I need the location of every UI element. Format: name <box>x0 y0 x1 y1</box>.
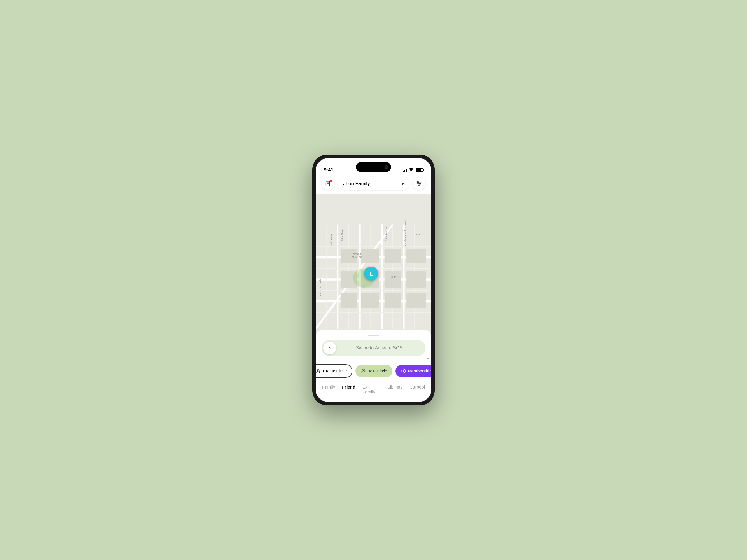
sos-text: Swipe to Activate SOS. <box>336 345 424 351</box>
battery-fill <box>416 169 421 171</box>
svg-text:19th Avenue: 19th Avenue <box>385 227 388 241</box>
svg-rect-35 <box>385 249 401 263</box>
family-name: Jhon Family <box>343 181 370 187</box>
svg-rect-34 <box>361 293 379 308</box>
join-circle-label: Join Circle <box>368 369 387 373</box>
notifications-button[interactable] <box>321 177 334 190</box>
svg-text:88th Street: 88th Street <box>341 229 344 241</box>
svg-point-8 <box>417 181 419 183</box>
svg-point-0 <box>411 171 411 172</box>
svg-text:Kamarajar Salai: Kamarajar Salai <box>319 278 322 296</box>
tab-friend-label: Friend <box>342 384 355 390</box>
battery-icon <box>415 168 423 172</box>
bottom-tabs: Family Friend Ex-Family Siblings Carpool <box>316 380 431 402</box>
front-camera <box>385 165 388 169</box>
svg-rect-39 <box>385 293 401 308</box>
bottom-actions: Create Circle Join Circle Membership <box>316 359 431 380</box>
tab-carpool[interactable]: Carpool <box>406 383 428 396</box>
svg-rect-38 <box>407 271 426 288</box>
membership-button[interactable]: Membership <box>395 365 431 377</box>
svg-rect-37 <box>385 271 401 288</box>
sos-handle <box>368 335 379 336</box>
wifi-icon <box>409 168 414 173</box>
family-selector[interactable]: Jhon Family ▾ <box>338 177 409 190</box>
svg-text:3rd A: 3rd A <box>415 233 420 236</box>
join-circle-icon <box>361 368 366 374</box>
svg-point-54 <box>362 369 364 371</box>
filter-icon <box>416 181 422 187</box>
map-background: Kamarajar Salai 88th Street 85th Street … <box>316 194 431 359</box>
chevron-right-icon: › <box>329 345 331 351</box>
tab-family[interactable]: Family <box>319 383 338 396</box>
svg-point-9 <box>419 183 421 185</box>
join-circle-button[interactable]: Join Circle <box>355 365 392 377</box>
svg-text:Girls HSS: Girls HSS <box>352 256 362 259</box>
create-circle-button[interactable]: Create Circle <box>316 364 353 378</box>
notification-badge <box>330 180 332 182</box>
phone-frame: 9:41 <box>312 155 435 405</box>
dynamic-island <box>356 162 391 172</box>
phone-screen: 9:41 <box>316 158 431 402</box>
tab-ex-family-label: Ex-Family <box>362 384 380 394</box>
membership-icon <box>401 368 406 374</box>
tab-ex-family[interactable]: Ex-Family <box>359 383 384 396</box>
create-circle-label: Create Circle <box>323 369 347 373</box>
svg-text:85th Street: 85th Street <box>330 234 333 246</box>
svg-text:Nirmala: Nirmala <box>353 252 361 255</box>
status-time: 9:41 <box>324 167 333 173</box>
svg-point-51 <box>317 369 319 371</box>
app-header: Jhon Family ▾ <box>316 175 431 194</box>
tab-family-label: Family <box>322 384 335 390</box>
tab-active-indicator <box>342 397 355 398</box>
svg-point-10 <box>418 185 420 186</box>
svg-point-55 <box>364 370 366 371</box>
sos-thumb[interactable]: › <box>323 342 336 354</box>
tab-friend[interactable]: Friend <box>338 383 359 396</box>
status-icons <box>402 168 423 173</box>
chevron-down-icon: ▾ <box>402 181 404 187</box>
filter-button[interactable] <box>413 177 426 190</box>
tab-carpool-label: Carpool <box>409 384 425 390</box>
svg-rect-36 <box>407 249 426 263</box>
tab-siblings-label: Siblings <box>387 384 403 390</box>
svg-rect-30 <box>361 249 379 263</box>
chevron-down-small-icon: ▾ <box>427 357 429 359</box>
marker-label: L <box>369 270 373 277</box>
create-circle-icon <box>316 368 321 374</box>
map-container[interactable]: Kamarajar Salai 88th Street 85th Street … <box>316 194 431 359</box>
tabs-row: Family Friend Ex-Family Siblings Carpool <box>316 383 431 396</box>
sos-panel: › Swipe to Activate SOS. ▾ <box>316 330 431 359</box>
svg-rect-40 <box>407 293 426 308</box>
sos-slider[interactable]: › Swipe to Activate SOS. <box>321 340 426 356</box>
svg-rect-33 <box>340 293 357 308</box>
tab-siblings[interactable]: Siblings <box>384 383 406 396</box>
signal-icon <box>402 168 407 172</box>
membership-label: Membership <box>408 369 431 373</box>
svg-text:86th St: 86th St <box>391 276 399 278</box>
svg-text:Jawaharlal Nehru Road: Jawaharlal Nehru Road <box>404 220 407 246</box>
